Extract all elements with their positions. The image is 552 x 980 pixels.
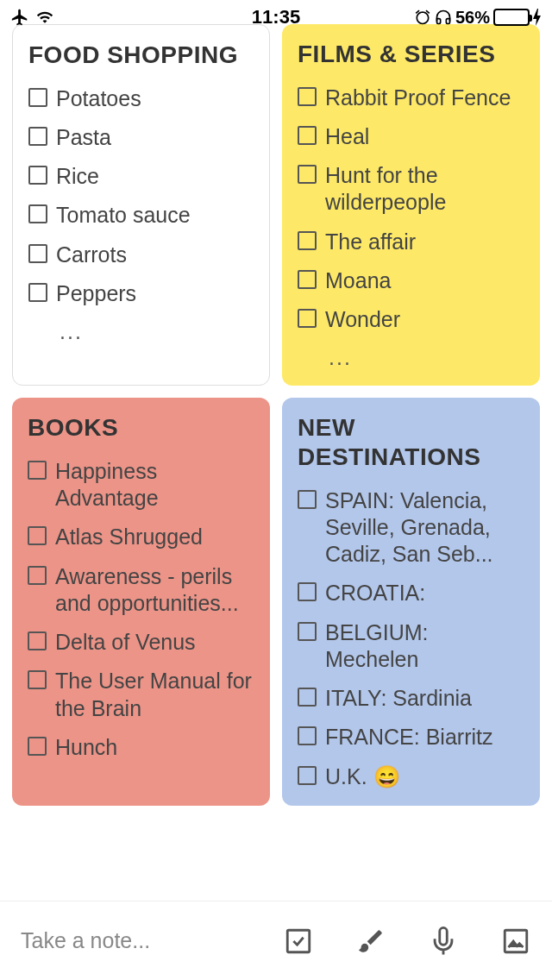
checklist-item-text: Hunch [55, 734, 117, 761]
checkbox-icon[interactable] [298, 87, 317, 106]
checklist-item: Pasta [28, 124, 254, 151]
checklist-item-text: Wonder [325, 306, 400, 333]
bottom-toolbar: Take a note... [0, 901, 552, 980]
checkbox-icon[interactable] [28, 631, 47, 650]
checkbox-icon[interactable] [298, 490, 317, 509]
checklist-item-text: FRANCE: Biarritz [325, 724, 492, 751]
more-indicator: ... [28, 319, 254, 344]
headphones-icon [435, 9, 452, 26]
checkbox-icon[interactable] [28, 283, 47, 302]
checklist-item: FRANCE: Biarritz [298, 724, 524, 751]
checkbox-icon[interactable] [28, 526, 47, 545]
checklist-item-text: Happiness Advantage [55, 458, 254, 512]
note-title: NEW DESTINATIONS [298, 413, 524, 471]
checklist-item: CROATIA: [298, 580, 524, 606]
checklist-item-text: Hunt for the wilderpeople [325, 162, 524, 217]
status-bar: 11:35 56% [0, 0, 552, 35]
note-card[interactable]: NEW DESTINATIONSSPAIN: Valencia, Seville… [282, 398, 540, 805]
note-card[interactable]: FILMS & SERIESRabbit Proof FenceHealHunt… [282, 24, 540, 386]
checkbox-icon[interactable] [298, 582, 317, 601]
alarm-icon [414, 9, 431, 26]
checklist-item: Peppers [28, 280, 254, 307]
checklist-item-text: Potatoes [56, 85, 141, 112]
checklist-item-text: CROATIA: [325, 580, 425, 606]
note-title: BOOKS [28, 413, 254, 443]
more-indicator: ... [298, 345, 524, 370]
charging-icon [533, 9, 542, 26]
notes-grid: FOOD SHOPPINGPotatoesPastaRiceTomato sau… [0, 24, 552, 818]
checkbox-icon[interactable] [28, 166, 47, 185]
checklist-item: Heal [298, 123, 524, 150]
svg-rect-1 [505, 930, 527, 952]
checklist-item-text: The User Manual for the Brain [55, 668, 254, 722]
checklist-item: ITALY: Sardinia [298, 685, 524, 712]
checklist-item-text: Rabbit Proof Fence [325, 85, 511, 111]
checkbox-icon[interactable] [28, 244, 47, 263]
note-title: FILMS & SERIES [298, 40, 524, 69]
checkbox-icon[interactable] [28, 670, 47, 689]
checklist-item-text: Heal [325, 123, 369, 150]
checklist-item: Wonder [298, 306, 524, 333]
checklist-item: Delta of Venus [28, 629, 254, 656]
checklist-item: SPAIN: Valencia, Seville, Grenada, Cadiz… [298, 487, 524, 569]
checklist-item-text: ITALY: Sardinia [325, 685, 472, 712]
checklist-item-text: Pasta [56, 124, 111, 151]
battery-icon [493, 9, 530, 26]
checklist-item: The affair [298, 229, 524, 255]
checklist-item-text: The affair [325, 229, 416, 255]
note-card[interactable]: FOOD SHOPPINGPotatoesPastaRiceTomato sau… [12, 24, 270, 386]
checklist-item: Atlas Shrugged [28, 524, 254, 550]
checklist-item: The User Manual for the Brain [28, 668, 254, 722]
checklist-item: Carrots [28, 242, 254, 268]
checkbox-icon[interactable] [298, 231, 317, 250]
checkbox-icon[interactable] [298, 165, 317, 184]
note-card[interactable]: BOOKSHappiness AdvantageAtlas ShruggedAw… [12, 398, 270, 805]
checkbox-icon[interactable] [298, 726, 317, 745]
checkbox-icon[interactable] [28, 566, 47, 585]
checklist-item: U.K. 😄 [298, 763, 524, 790]
checklist-item-text: U.K. 😄 [325, 763, 400, 790]
status-time: 11:35 [252, 6, 300, 28]
checkbox-icon[interactable] [28, 737, 47, 756]
note-title: FOOD SHOPPING [28, 41, 254, 70]
checklist-item: Tomato sauce [28, 202, 254, 229]
checkbox-icon[interactable] [298, 688, 317, 707]
checkbox-icon[interactable] [298, 622, 317, 641]
checklist-item-text: Peppers [56, 280, 136, 307]
checkbox-icon[interactable] [28, 461, 47, 480]
checklist-item: Potatoes [28, 85, 254, 112]
checkbox-icon[interactable] [28, 204, 47, 223]
checklist-item-text: BELGIUM: Mechelen [325, 619, 524, 674]
svg-rect-0 [287, 930, 310, 952]
status-right: 56% [414, 8, 542, 28]
wifi-icon [34, 9, 55, 26]
new-drawing-button[interactable] [355, 926, 386, 957]
checklist-item-text: Tomato sauce [56, 202, 191, 229]
checklist-item-text: Carrots [56, 242, 127, 268]
checkbox-icon[interactable] [28, 88, 47, 107]
checkbox-icon[interactable] [298, 766, 317, 785]
checkbox-icon[interactable] [298, 126, 317, 145]
status-left [10, 8, 55, 27]
new-image-button[interactable] [500, 926, 531, 957]
checklist-item: BELGIUM: Mechelen [298, 619, 524, 674]
checkbox-icon[interactable] [298, 309, 317, 328]
airplane-mode-icon [10, 8, 29, 27]
checklist-item-text: SPAIN: Valencia, Seville, Grenada, Cadiz… [325, 487, 524, 569]
take-note-input[interactable]: Take a note... [21, 928, 185, 953]
new-list-button[interactable] [283, 926, 314, 957]
checklist-item: Hunt for the wilderpeople [298, 162, 524, 217]
checklist-item-text: Awareness - perils and opportunities... [55, 563, 254, 618]
checklist-item-text: Rice [56, 163, 99, 190]
checkbox-icon[interactable] [298, 270, 317, 289]
checklist-item: Moana [298, 267, 524, 294]
new-voice-button[interactable] [428, 926, 459, 957]
checklist-item: Hunch [28, 734, 254, 761]
checklist-item-text: Delta of Venus [55, 629, 196, 656]
checkbox-icon[interactable] [28, 127, 47, 146]
checklist-item-text: Atlas Shrugged [55, 524, 203, 550]
checklist-item: Happiness Advantage [28, 458, 254, 512]
checklist-item: Awareness - perils and opportunities... [28, 563, 254, 618]
checklist-item: Rabbit Proof Fence [298, 85, 524, 111]
checklist-item: Rice [28, 163, 254, 190]
